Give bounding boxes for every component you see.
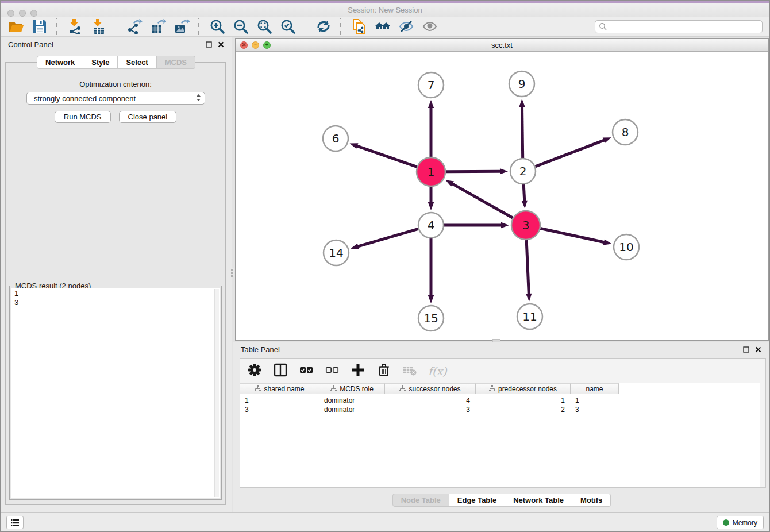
graph-edge-arrowhead xyxy=(428,202,434,210)
mcds-result-list[interactable]: 1 3 xyxy=(11,288,220,498)
graph-edge-3-11[interactable] xyxy=(526,240,529,295)
tab-select[interactable]: Select xyxy=(118,56,156,69)
column-header-name[interactable]: name xyxy=(571,383,619,394)
first-neighbors-icon[interactable] xyxy=(374,18,391,35)
export-image-icon[interactable] xyxy=(173,18,190,35)
unselect-all-rows-icon[interactable] xyxy=(325,363,340,380)
export-table-icon[interactable] xyxy=(149,18,167,35)
table-cell[interactable]: 3 xyxy=(385,405,476,414)
window-titlebar: Session: New Session xyxy=(1,3,769,17)
column-header-predecessor-nodes[interactable]: predecessor nodes xyxy=(476,383,571,394)
graph-node-label-15: 15 xyxy=(424,311,438,325)
tab-edge-table[interactable]: Edge Table xyxy=(449,494,505,507)
zoom-out-icon[interactable] xyxy=(232,18,249,35)
close-panel-button[interactable]: Close panel xyxy=(119,111,177,123)
maximize-network-button[interactable]: + xyxy=(263,41,271,49)
close-table-panel-icon[interactable] xyxy=(755,346,761,353)
hide-selected-eye-icon[interactable] xyxy=(398,18,415,35)
task-history-button[interactable] xyxy=(6,516,24,529)
search-input[interactable] xyxy=(607,21,762,32)
column-header-MCDS-role[interactable]: MCDS role xyxy=(319,383,385,394)
column-type-icon xyxy=(255,385,261,392)
import-network-icon[interactable] xyxy=(67,18,84,35)
graph-edge-4-14[interactable] xyxy=(357,229,418,246)
control-panel-header: Control Panel xyxy=(1,37,232,52)
result-scrollbar[interactable] xyxy=(214,289,219,497)
table-cell[interactable]: 1 xyxy=(571,396,619,405)
tab-motifs[interactable]: Motifs xyxy=(572,494,611,507)
toolbar-separator xyxy=(198,18,201,35)
table-cell[interactable]: 3 xyxy=(240,405,319,414)
table-scrollbar[interactable] xyxy=(760,383,765,487)
column-header-successor-nodes[interactable]: successor nodes xyxy=(385,383,476,394)
memory-button[interactable]: Memory xyxy=(717,516,764,529)
table-cell[interactable]: 4 xyxy=(385,396,476,405)
column-header-shared-name[interactable]: shared name xyxy=(240,383,319,394)
graph-node-label-8: 8 xyxy=(622,125,629,139)
search-field[interactable] xyxy=(595,20,763,33)
table-cell[interactable]: 1 xyxy=(476,396,571,405)
tab-mcds[interactable]: MCDS xyxy=(157,56,195,69)
close-network-button[interactable]: ✕ xyxy=(240,41,248,49)
add-row-icon[interactable] xyxy=(351,363,365,380)
graph-edge-arrowhead xyxy=(500,168,508,174)
graph-node-label-10: 10 xyxy=(619,240,633,254)
minimize-window-button[interactable] xyxy=(19,10,26,17)
network-view-window: ✕ − + scc.txt 1234678910111415 xyxy=(235,38,769,341)
graph-edge-2-8[interactable] xyxy=(535,140,605,167)
network-graph[interactable]: 1234678910111415 xyxy=(236,52,768,341)
delete-row-icon[interactable] xyxy=(376,363,391,380)
graph-edge-arrowhead xyxy=(603,137,611,143)
table-cell[interactable]: 2 xyxy=(476,405,571,414)
clone-network-icon[interactable] xyxy=(351,18,368,35)
save-session-icon[interactable] xyxy=(31,18,48,35)
network-window-titlebar[interactable]: ✕ − + scc.txt xyxy=(236,39,768,52)
tab-style[interactable]: Style xyxy=(83,56,118,69)
table-cell[interactable]: dominator xyxy=(319,405,385,414)
table-cell[interactable]: 1 xyxy=(240,396,319,405)
table-row[interactable]: 3dominator323 xyxy=(240,405,619,414)
table-row[interactable]: 1dominator411 xyxy=(240,396,619,405)
open-file-icon[interactable] xyxy=(7,18,25,35)
graph-edge-arrowhead xyxy=(501,222,509,228)
table-header-row: shared nameMCDS rolesuccessor nodesprede… xyxy=(240,383,619,394)
import-table-icon[interactable] xyxy=(90,18,107,35)
graph-edge-arrowhead xyxy=(351,244,359,249)
zoom-fit-icon[interactable] xyxy=(256,18,273,35)
maximize-window-button[interactable] xyxy=(30,10,37,17)
table-cell[interactable]: dominator xyxy=(319,396,385,405)
float-panel-icon[interactable] xyxy=(206,41,212,48)
settings-gear-icon[interactable] xyxy=(247,363,262,380)
graph-edge-arrowhead xyxy=(350,143,359,149)
select-all-rows-icon[interactable] xyxy=(299,363,314,380)
close-panel-icon[interactable] xyxy=(218,41,224,48)
show-all-eye-icon[interactable] xyxy=(421,18,438,35)
tab-network[interactable]: Network xyxy=(37,56,83,69)
minimize-network-button[interactable]: − xyxy=(252,41,259,49)
apply-layout-icon[interactable] xyxy=(315,18,332,35)
tab-node-table[interactable]: Node Table xyxy=(392,494,449,507)
graph-edge-2-9[interactable] xyxy=(522,106,523,158)
graph-edge-1-2[interactable] xyxy=(446,171,501,172)
float-table-panel-icon[interactable] xyxy=(743,346,749,353)
graph-edge-1-6[interactable] xyxy=(356,146,417,167)
network-canvas[interactable]: 1234678910111415 xyxy=(236,52,768,340)
optimization-criterion-select[interactable]: strongly connected component xyxy=(26,92,205,105)
export-network-icon[interactable] xyxy=(126,18,143,35)
graph-edge-3-10[interactable] xyxy=(540,229,605,242)
close-window-button[interactable] xyxy=(7,10,14,17)
graph-edge-2-3[interactable] xyxy=(523,184,525,202)
graph-edge-3-1[interactable] xyxy=(452,183,513,218)
vertical-splitter-handle[interactable] xyxy=(230,268,234,276)
graph-node-label-4: 4 xyxy=(428,218,435,232)
column-selector-icon[interactable] xyxy=(273,363,288,380)
table-toolbar: f(x) xyxy=(240,359,765,383)
table-cell[interactable]: 3 xyxy=(571,405,619,414)
mcds-panel-body: Optimization criterion: strongly connect… xyxy=(5,62,226,505)
select-spinner-icon xyxy=(196,94,201,103)
zoom-selected-icon[interactable] xyxy=(279,18,297,35)
zoom-in-icon[interactable] xyxy=(209,18,226,35)
tab-network-table[interactable]: Network Table xyxy=(505,494,572,507)
run-mcds-button[interactable]: Run MCDS xyxy=(55,111,111,123)
toolbar-separator xyxy=(56,18,59,35)
